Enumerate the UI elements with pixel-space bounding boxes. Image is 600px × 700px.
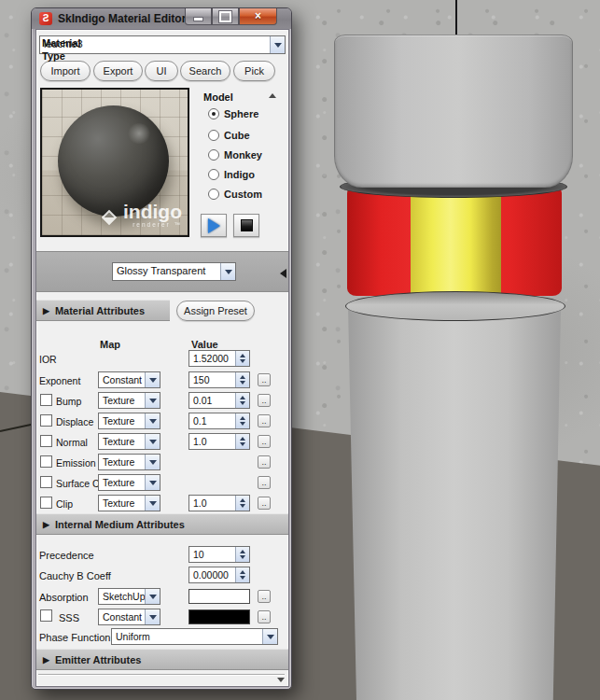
chevron-down-icon[interactable] xyxy=(145,609,160,624)
chevron-down-icon[interactable] xyxy=(145,413,160,428)
sss-browse-button[interactable]: .. xyxy=(258,610,271,623)
render-preview-button[interactable] xyxy=(201,214,227,237)
app-icon: Ƨ xyxy=(39,12,52,25)
sss-label: SSS xyxy=(59,612,79,623)
absorption-browse-button[interactable]: .. xyxy=(258,590,271,603)
bump-map-combo[interactable]: Texture xyxy=(98,392,160,409)
emission-browse-button[interactable]: .. xyxy=(258,455,271,469)
pick-button[interactable]: Pick xyxy=(233,61,275,81)
surface-color-map-combo[interactable]: Texture xyxy=(98,474,160,491)
phase-function-label: Phase Function xyxy=(39,632,110,643)
absorption-color-swatch[interactable] xyxy=(188,589,250,604)
expander-arrow-icon: ▶ xyxy=(43,655,49,665)
emitter-attributes-expander[interactable]: ▶ Emitter Attributes xyxy=(36,649,288,670)
titlebar[interactable]: Ƨ SkIndigo Material Editor × xyxy=(32,8,291,29)
normal-browse-button[interactable]: .. xyxy=(258,435,271,448)
cauchy-b-coeff-spinner[interactable]: 0.00000 xyxy=(188,567,250,583)
emission-map-combo[interactable]: Texture xyxy=(98,454,160,470)
displace-value-spinner[interactable]: 0.1 xyxy=(188,413,250,429)
clip-browse-button[interactable]: .. xyxy=(258,497,271,510)
precedence-spinner[interactable]: 10 xyxy=(188,546,250,563)
displace-checkbox[interactable] xyxy=(40,414,52,427)
maximize-button[interactable] xyxy=(212,8,239,25)
chevron-down-icon[interactable] xyxy=(145,589,160,604)
export-button[interactable]: Export xyxy=(93,61,143,81)
maximize-icon xyxy=(219,11,231,22)
phase-function-combo[interactable]: Uniform xyxy=(111,628,278,645)
chevron-down-icon[interactable] xyxy=(145,475,160,490)
exponent-value-spinner[interactable]: 150 xyxy=(188,371,250,388)
lamp-wire xyxy=(455,0,457,37)
scroll-up-icon[interactable] xyxy=(269,93,276,98)
sss-checkbox[interactable] xyxy=(40,609,52,622)
spinner-arrows-icon[interactable] xyxy=(235,567,249,582)
displace-browse-button[interactable]: .. xyxy=(258,414,271,427)
screen: Ƨ SkIndigo Material Editor × leuchte3 Im… xyxy=(0,0,600,700)
spinner-arrows-icon[interactable] xyxy=(235,413,249,428)
divider xyxy=(38,674,285,675)
bump-browse-button[interactable]: .. xyxy=(258,394,271,407)
spinner-arrows-icon[interactable] xyxy=(235,434,249,449)
model-radio-monkey[interactable]: Monkey xyxy=(208,149,262,161)
model-radio-sphere[interactable]: Sphere xyxy=(208,108,258,119)
absorption-map-combo[interactable]: SketchUp xyxy=(98,588,160,605)
chevron-down-icon[interactable] xyxy=(145,434,160,449)
value-column-header: Value xyxy=(191,339,218,350)
normal-label: Normal xyxy=(56,437,88,448)
displace-map-combo[interactable]: Texture xyxy=(98,413,160,429)
normal-map-combo[interactable]: Texture xyxy=(98,433,160,450)
chevron-down-icon[interactable] xyxy=(262,629,277,644)
play-icon xyxy=(208,218,220,233)
bump-checkbox[interactable] xyxy=(40,394,52,406)
normal-checkbox[interactable] xyxy=(40,435,52,447)
spinner-arrows-icon[interactable] xyxy=(235,351,249,366)
map-column-header: Map xyxy=(100,339,120,350)
material-type-combo[interactable]: Glossy Transparent xyxy=(112,262,236,281)
stop-preview-button[interactable] xyxy=(233,214,259,237)
exponent-map-combo[interactable]: Constant xyxy=(98,371,160,388)
import-button[interactable]: Import xyxy=(40,61,91,81)
normal-value-spinner[interactable]: 1.0 xyxy=(188,433,250,450)
emission-checkbox[interactable] xyxy=(40,455,52,468)
model-radio-cube[interactable]: Cube xyxy=(208,130,250,141)
ui-button[interactable]: UI xyxy=(145,61,178,81)
close-button[interactable]: × xyxy=(239,8,277,25)
chevron-down-icon[interactable] xyxy=(145,496,160,511)
minimize-button[interactable] xyxy=(185,8,212,25)
sss-color-swatch[interactable] xyxy=(188,609,250,624)
expander-arrow-icon: ▶ xyxy=(43,306,49,315)
ior-value-spinner[interactable]: 1.52000 xyxy=(188,350,250,367)
chevron-down-icon[interactable] xyxy=(145,393,160,408)
internal-medium-attributes-expander[interactable]: ▶ Internal Medium Attributes xyxy=(36,513,288,535)
radio-icon xyxy=(208,169,219,180)
model-radio-custom[interactable]: Custom xyxy=(208,189,262,200)
chevron-down-icon[interactable] xyxy=(145,372,160,387)
spinner-arrows-icon[interactable] xyxy=(235,496,249,511)
chevron-down-icon[interactable] xyxy=(270,36,285,53)
surface-color-checkbox[interactable] xyxy=(40,476,52,488)
chevron-down-icon[interactable] xyxy=(145,455,160,469)
spinner-arrows-icon[interactable] xyxy=(235,547,249,562)
spinner-arrows-icon[interactable] xyxy=(235,393,249,408)
material-attributes-expander[interactable]: ▶ Material Attributes xyxy=(36,300,170,321)
scroll-down-icon[interactable] xyxy=(277,678,285,682)
chevron-down-icon[interactable] xyxy=(220,263,235,280)
search-button[interactable]: Search xyxy=(180,61,230,81)
bump-value-spinner[interactable]: 0.01 xyxy=(188,392,250,409)
exponent-label: Exponent xyxy=(39,375,80,386)
clip-map-combo[interactable]: Texture xyxy=(98,495,160,511)
assign-preset-button[interactable]: Assign Preset xyxy=(176,301,255,321)
exponent-browse-button[interactable]: .. xyxy=(258,373,271,386)
spinner-arrows-icon[interactable] xyxy=(235,372,249,387)
clip-value-spinner[interactable]: 1.0 xyxy=(188,495,250,511)
surface-color-browse-button[interactable]: .. xyxy=(258,476,271,489)
collapse-panel-icon[interactable] xyxy=(280,269,286,278)
bump-label: Bump xyxy=(56,396,81,407)
material-type-label: Material Type xyxy=(42,36,81,63)
expander-arrow-icon: ▶ xyxy=(43,520,49,529)
cauchy-b-coeff-label: Cauchy B Coeff xyxy=(39,570,111,581)
clip-checkbox[interactable] xyxy=(40,497,52,509)
model-radio-indigo[interactable]: Indigo xyxy=(208,169,255,180)
close-icon: × xyxy=(255,9,261,23)
sss-map-combo[interactable]: Constant xyxy=(98,609,160,625)
